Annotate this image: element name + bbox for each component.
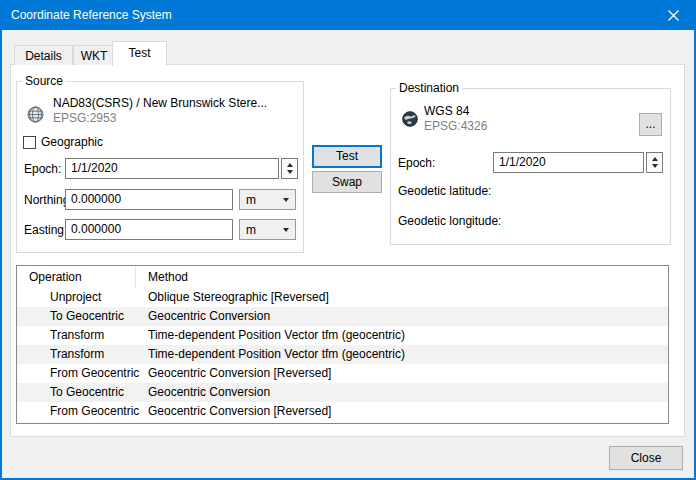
tab-test[interactable]: Test [112,41,167,66]
source-group-label: Source [22,74,66,88]
destination-epoch-input[interactable]: 1/1/2020 [493,152,644,173]
close-button[interactable]: Close [609,446,683,470]
table-row[interactable]: From GeocentricGeocentric Conversion [Re… [17,402,668,421]
column-header-operation[interactable]: Operation [17,266,136,288]
window-close-button[interactable] [650,0,696,30]
spin-up-icon[interactable] [652,157,658,161]
source-globe-icon [27,106,44,123]
easting-label: Easting: [24,223,67,237]
table-row[interactable]: From GeocentricGeocentric Conversion [Re… [17,364,668,383]
operations-table: Operation Method UnprojectOblique Stereo… [16,265,669,424]
northing-unit-value: m [246,193,256,207]
spin-up-icon[interactable] [287,163,293,167]
operation-cell: Transform [17,326,136,345]
geographic-checkbox-label: Geographic [41,135,103,149]
source-epoch-input[interactable]: 1/1/2020 [65,158,279,179]
operation-cell: To Geocentric [17,383,136,402]
geodetic-longitude-label: Geodetic longitude: [398,214,501,228]
operation-cell: To Geocentric [17,307,136,326]
northing-unit-select[interactable]: m [239,189,296,210]
table-row[interactable]: To GeocentricGeocentric Conversion [17,383,668,402]
method-cell: Time-dependent Position Vector tfm (geoc… [136,326,668,345]
destination-epoch-label: Epoch: [398,156,435,170]
crs-dialog: Coordinate Reference System Details WKT … [0,0,696,480]
destination-group-label: Destination [396,81,462,95]
titlebar: Coordinate Reference System [0,0,696,30]
operation-cell: Transform [17,345,136,364]
chevron-down-icon [283,228,289,232]
source-epoch-label: Epoch: [24,162,61,176]
method-cell: Geocentric Conversion [Reversed] [136,364,668,383]
swap-button[interactable]: Swap [312,171,382,193]
method-cell: Geocentric Conversion [136,307,668,326]
easting-input[interactable]: 0.000000 [65,219,233,240]
easting-unit-select[interactable]: m [239,219,296,240]
method-cell: Oblique Stereographic [Reversed] [136,288,668,307]
method-cell: Geocentric Conversion [Reversed] [136,402,668,421]
table-row[interactable]: TransformTime-dependent Position Vector … [17,326,668,345]
method-cell: Geocentric Conversion [136,383,668,402]
chevron-down-icon [283,198,289,202]
northing-input[interactable]: 0.000000 [65,189,233,210]
column-header-method[interactable]: Method [136,266,668,288]
operation-cell: Unproject [17,288,136,307]
destination-epoch-spinner[interactable] [646,152,663,173]
destination-crs-code: EPSG:4326 [424,119,487,133]
operations-rows: UnprojectOblique Stereographic [Reversed… [17,288,668,421]
test-button[interactable]: Test [312,145,382,168]
operations-table-header: Operation Method [17,266,668,288]
destination-crs-name: WGS 84 [424,104,469,118]
tab-details[interactable]: Details [14,45,73,65]
method-cell: Time-dependent Position Vector tfm (geoc… [136,345,668,364]
operation-cell: From Geocentric [17,364,136,383]
source-crs-code: EPSG:2953 [53,111,116,125]
destination-browse-button[interactable]: ... [639,113,662,136]
source-epoch-spinner[interactable] [281,158,298,179]
operation-cell: From Geocentric [17,402,136,421]
destination-globe-icon [402,111,418,127]
spin-down-icon[interactable] [287,170,293,174]
tab-wkt[interactable]: WKT [73,45,115,65]
table-row[interactable]: TransformTime-dependent Position Vector … [17,345,668,364]
source-crs-name: NAD83(CSRS) / New Brunswick Stere... [53,96,267,110]
geographic-checkbox[interactable] [23,136,36,149]
table-row[interactable]: UnprojectOblique Stereographic [Reversed… [17,288,668,307]
table-row[interactable]: To GeocentricGeocentric Conversion [17,307,668,326]
geodetic-latitude-label: Geodetic latitude: [398,184,491,198]
window-title: Coordinate Reference System [11,0,172,30]
spin-down-icon[interactable] [652,164,658,168]
easting-unit-value: m [246,223,256,237]
close-icon [668,10,679,21]
